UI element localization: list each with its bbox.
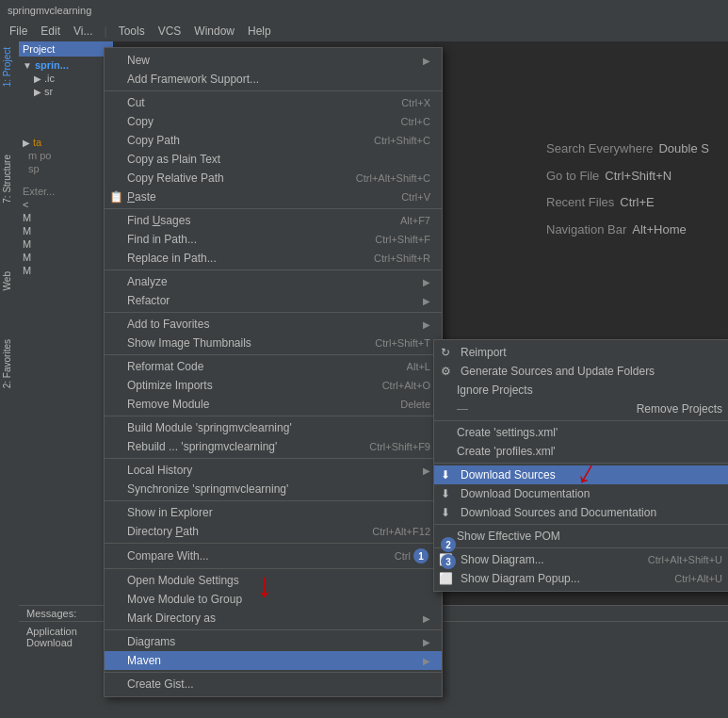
badge-1: 1 (413, 548, 429, 563)
maven-show-effective-pom[interactable]: Show Effective POM (434, 527, 728, 546)
tree-item-m1[interactable]: M (21, 211, 111, 224)
tree-item-sr[interactable]: ▶ sr (21, 85, 111, 98)
menu-item-move-module-group[interactable]: Move Module to Group (105, 590, 442, 609)
menu-copy-shortcut: Ctrl+C (401, 116, 430, 127)
sidebar-tab-web[interactable]: Web (0, 266, 19, 296)
menu-item-add-favorites[interactable]: Add to Favorites ▶ (105, 315, 442, 334)
menu-copy-label: Copy (127, 115, 154, 128)
menu-item-find-in-path[interactable]: Find in Path... Ctrl+Shift+F (105, 230, 442, 249)
menu-item-copy-relative[interactable]: Copy Relative Path Ctrl+Alt+Shift+C (105, 169, 442, 188)
tree-item-po[interactable]: m po (21, 149, 111, 162)
tree-item-exter[interactable]: Exter... (21, 185, 111, 198)
menu-gist-label: Create Gist... (127, 677, 194, 691)
maven-show-diagram[interactable]: ⬜ Show Diagram... Ctrl+Alt+Shift+U (434, 550, 728, 569)
tree-root-label: sprin... (35, 59, 69, 71)
tree-m5-label: M (23, 265, 31, 276)
menu-item-synchronize[interactable]: Synchronize 'springmvclearning' (105, 480, 442, 498)
tree-item-sp[interactable]: sp (21, 162, 111, 175)
menu-item-local-history[interactable]: Local History ▶ (105, 461, 442, 480)
menu-view[interactable]: Vi... (68, 23, 98, 40)
menu-dir-shortcut: Ctrl+Alt+F12 (372, 526, 430, 537)
maven-remove-projects[interactable]: — Remove Projects (434, 400, 728, 418)
menu-find-path-shortcut: Ctrl+Shift+F (375, 234, 430, 245)
maven-divider-4 (434, 547, 728, 548)
maven-download-both[interactable]: ⬇ Download Sources and Documentation (434, 503, 728, 522)
sidebar-tab-favorites[interactable]: 2: Favorites (0, 334, 19, 394)
tree-item-m5[interactable]: M (21, 264, 111, 277)
menu-item-rebuild-module[interactable]: Rebuild ... 'springmvclearning' Ctrl+Shi… (105, 437, 442, 456)
menu-window[interactable]: Window (188, 23, 240, 40)
tree-po-label: m po (28, 150, 51, 161)
menu-add-framework-label: Add Framework Support... (127, 73, 259, 86)
menu-edit[interactable]: Edit (35, 23, 66, 40)
menu-mark-arrow: ▶ (423, 613, 430, 624)
menu-item-build-module[interactable]: Build Module 'springmvclearning' (105, 418, 442, 437)
menu-item-add-framework[interactable]: Add Framework Support... (105, 70, 442, 89)
tree-item-m3[interactable]: M (21, 237, 111, 251)
hint-recent-key: Ctrl+E (620, 189, 654, 217)
menu-diagrams-label: Diagrams (127, 635, 175, 648)
badge-circle-2: 2 (441, 537, 456, 552)
hint-recent: Recent Files Ctrl+E (546, 189, 719, 217)
menu-item-refactor[interactable]: Refactor ▶ (105, 291, 442, 310)
menu-item-reformat[interactable]: Reformat Code Alt+L (105, 357, 442, 376)
tree-m2-label: M (23, 225, 31, 237)
divider-8 (105, 500, 442, 501)
tree-item-lt[interactable]: < (21, 198, 111, 211)
divider-1 (105, 90, 442, 91)
menu-find-usages-label: Find Usages (127, 214, 190, 227)
hint-navbar-label: Navigation Bar (546, 217, 626, 244)
menu-item-show-thumbs[interactable]: Show Image Thumbnails Ctrl+Shift+T (105, 334, 442, 352)
menu-item-paste[interactable]: 📋 Paste Ctrl+V (105, 188, 442, 206)
folder-icon-ic: ▶ (34, 73, 41, 84)
menu-help[interactable]: Help (242, 23, 277, 40)
menu-item-new[interactable]: New ▶ (105, 51, 442, 70)
maven-popup-shortcut: Ctrl+Alt+U (674, 573, 722, 584)
menu-bar: File Edit Vi... | Tools VCS Window Help (0, 21, 728, 41)
tree-item-ta[interactable]: ▶ ta (21, 136, 111, 149)
maven-reimport[interactable]: ↻ Reimport (434, 343, 728, 362)
reimport-icon: ↻ (438, 346, 453, 359)
menu-remove-module-label: Remove Module (127, 398, 209, 411)
number-badges: 2 3 (441, 537, 458, 569)
menu-item-find-usages[interactable]: Find Usages Alt+F7 (105, 211, 442, 230)
maven-download-sources-label: Download Sources (461, 468, 556, 481)
hint-goto-label: Go to File (546, 163, 599, 190)
project-panel-title: Project (19, 41, 113, 57)
sidebar-tab-project[interactable]: 1: Project (0, 41, 19, 92)
menu-file[interactable]: File (4, 23, 33, 40)
menu-analyze-arrow: ▶ (423, 277, 430, 287)
menu-diagrams-arrow: ▶ (423, 637, 430, 647)
tree-item-root[interactable]: ▼ sprin... (21, 58, 111, 72)
tree-item-ic[interactable]: ▶ .ic (21, 72, 111, 85)
tree-item-m4[interactable]: M (21, 251, 111, 264)
menu-item-optimize[interactable]: Optimize Imports Ctrl+Alt+O (105, 376, 442, 395)
menu-item-open-module-settings[interactable]: Open Module Settings (105, 571, 442, 590)
tree-m3-label: M (23, 238, 31, 250)
maven-show-popup[interactable]: ⬜ Show Diagram Popup... Ctrl+Alt+U (434, 569, 728, 588)
menu-item-copy-plain[interactable]: Copy as Plain Text (105, 150, 442, 169)
menu-item-diagrams[interactable]: Diagrams ▶ (105, 632, 442, 651)
menu-item-cut[interactable]: Cut Ctrl+X (105, 93, 442, 112)
tree-item-m2[interactable]: M (21, 224, 111, 237)
menu-item-copy[interactable]: Copy Ctrl+C (105, 112, 442, 131)
maven-ignore-projects[interactable]: Ignore Projects (434, 381, 728, 400)
sidebar-tab-structure[interactable]: 7: Structure (0, 149, 19, 209)
menu-item-copy-path[interactable]: Copy Path Ctrl+Shift+C (105, 131, 442, 150)
menu-vcs[interactable]: VCS (153, 23, 187, 40)
title-bar: springmvclearning (0, 0, 728, 21)
menu-item-remove-module[interactable]: Remove Module Delete (105, 395, 442, 414)
menu-item-mark-directory[interactable]: Mark Directory as ▶ (105, 609, 442, 628)
menu-item-analyze[interactable]: Analyze ▶ (105, 272, 442, 291)
menu-item-directory-path[interactable]: Directory Path Ctrl+Alt+F12 (105, 522, 442, 541)
maven-create-settings[interactable]: Create 'settings.xml' (434, 423, 728, 442)
generate-icon: ⚙ (438, 365, 453, 378)
menu-item-show-explorer[interactable]: Show in Explorer (105, 503, 442, 522)
menu-item-create-gist[interactable]: Create Gist... (105, 675, 442, 694)
maven-generate-sources[interactable]: ⚙ Generate Sources and Update Folders (434, 362, 728, 381)
menu-tools[interactable]: Tools (113, 23, 151, 40)
menu-item-maven[interactable]: Maven ▶ (105, 651, 442, 670)
maven-create-profiles[interactable]: Create 'profiles.xml' (434, 442, 728, 461)
menu-item-replace-in-path[interactable]: Replace in Path... Ctrl+Shift+R (105, 249, 442, 268)
menu-item-compare-with[interactable]: Compare With... Ctrl 1 (105, 546, 442, 566)
